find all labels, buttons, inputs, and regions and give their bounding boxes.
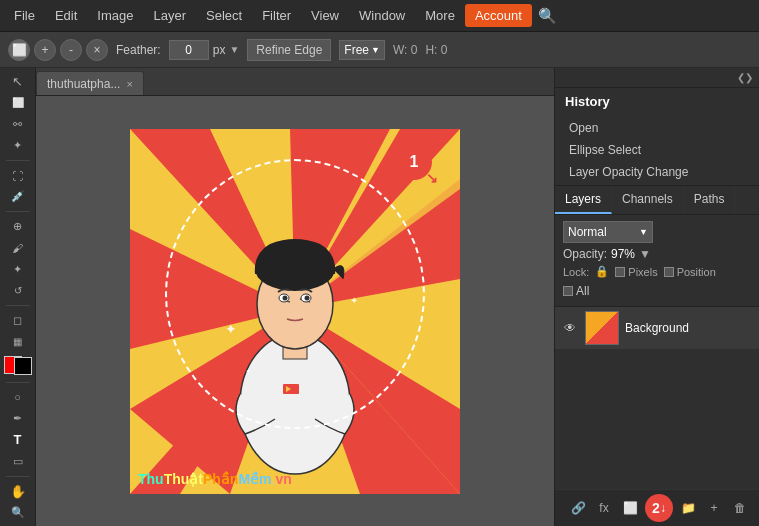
opacity-dropdown-arrow[interactable]: ▼ — [639, 247, 651, 261]
lock-row: Lock: 🔒 Pixels Position — [563, 261, 751, 282]
lock-icon[interactable]: 🔒 — [595, 265, 609, 278]
menu-image[interactable]: Image — [87, 4, 143, 27]
layer-thumbnail — [585, 311, 619, 345]
svg-point-22 — [305, 295, 310, 300]
height-label: H: 0 — [425, 43, 447, 57]
menu-select[interactable]: Select — [196, 4, 252, 27]
all-checkbox[interactable]: All — [563, 282, 751, 300]
layer-style-icon[interactable]: fx — [593, 497, 615, 519]
blend-dropdown-arrow: ▼ — [639, 227, 648, 237]
watermark-phan: Phần — [203, 471, 238, 487]
zoom-tool[interactable]: 🔍 — [4, 503, 32, 522]
svg-text:✦: ✦ — [245, 367, 252, 376]
layers-footer: 🔗 fx ⬜ 2 ↓ 📁 + 🗑 — [555, 489, 759, 526]
subtract-selection-btn[interactable]: - — [60, 39, 82, 61]
menu-view[interactable]: View — [301, 4, 349, 27]
hand-tool[interactable]: ✋ — [4, 481, 32, 500]
menu-file[interactable]: File — [4, 4, 45, 27]
clone-tool[interactable]: ✦ — [4, 260, 32, 279]
menu-edit[interactable]: Edit — [45, 4, 87, 27]
eraser-tool[interactable]: ◻ — [4, 311, 32, 330]
position-checkbox-box — [664, 267, 674, 277]
blend-mode-value: Normal — [568, 225, 607, 239]
watermark-mem: Mềm — [238, 471, 271, 487]
main-layout: ↖ ⬜ ⚯ ✦ ⛶ 💉 ⊕ 🖌 ✦ ↺ ◻ ▦ ○ ✒ T ▭ ✋ 🔍 thut… — [0, 68, 759, 526]
toolbar-separator-1 — [6, 160, 30, 161]
intersect-selection-btn[interactable]: × — [86, 39, 108, 61]
add-selection-btn[interactable]: + — [34, 39, 56, 61]
feather-input[interactable] — [169, 40, 209, 60]
blend-mode-dropdown[interactable]: Normal ▼ — [563, 221, 653, 243]
shape-tool[interactable]: ▭ — [4, 452, 32, 471]
pen-tool[interactable]: ✒ — [4, 409, 32, 428]
opacity-value[interactable]: 97% — [611, 247, 635, 261]
free-dropdown[interactable]: Free ▼ — [339, 40, 385, 60]
menu-filter[interactable]: Filter — [252, 4, 301, 27]
collapse-icon[interactable]: ❮❯ — [735, 70, 755, 85]
eyedropper-tool[interactable]: 💉 — [4, 187, 32, 206]
watermark: Thu Thuật Phần Mềm . vn — [130, 464, 460, 494]
svg-text:✦: ✦ — [350, 295, 358, 306]
crop-tool[interactable]: ⛶ — [4, 166, 32, 185]
badge-1: 1 ↘ — [396, 144, 432, 180]
search-icon[interactable]: 🔍 — [538, 7, 557, 25]
document-tab[interactable]: thuthuatpha... × — [36, 71, 144, 95]
feather-input-group: px ▼ — [169, 40, 240, 60]
link-layers-icon[interactable]: 🔗 — [567, 497, 589, 519]
character-svg: ✦ ✦ ✦ — [195, 174, 395, 494]
watermark-thuat: Thuật — [164, 471, 203, 487]
lasso-tool[interactable]: ⚯ — [4, 115, 32, 134]
width-label: W: 0 — [393, 43, 417, 57]
toolbar-separator-3 — [6, 305, 30, 306]
position-checkbox[interactable]: Position — [664, 266, 716, 278]
tab-bar: thuthuatpha... × — [36, 68, 554, 96]
menu-more[interactable]: More — [415, 4, 465, 27]
new-selection-btn[interactable]: ⬜ — [8, 39, 30, 61]
marquee-tool[interactable]: ⬜ — [4, 93, 32, 112]
menu-window[interactable]: Window — [349, 4, 415, 27]
pixels-checkbox[interactable]: Pixels — [615, 266, 657, 278]
background-color[interactable] — [14, 357, 32, 375]
blend-row: Normal ▼ — [563, 221, 751, 243]
history-brush-tool[interactable]: ↺ — [4, 281, 32, 300]
history-items: Open Ellipse Select Layer Opacity Change — [555, 115, 759, 185]
menu-layer[interactable]: Layer — [144, 4, 197, 27]
history-title: History — [565, 94, 610, 109]
delete-layer-icon[interactable]: 🗑 — [729, 497, 751, 519]
history-item-opacity[interactable]: Layer Opacity Change — [555, 161, 759, 183]
layer-visibility-icon[interactable]: 👁 — [561, 319, 579, 337]
toolbar-separator-2 — [6, 211, 30, 212]
canvas-document: ✦ ✦ ✦ 1 ↘ Thu Thuật Phần — [130, 129, 460, 494]
layer-background-item[interactable]: 👁 Background — [555, 307, 759, 349]
tab-name: thuthuatpha... — [47, 77, 120, 91]
refine-edge-button[interactable]: Refine Edge — [247, 39, 331, 61]
healing-tool[interactable]: ⊕ — [4, 217, 32, 236]
move-tool[interactable]: ↖ — [4, 72, 32, 91]
history-item-ellipse[interactable]: Ellipse Select — [555, 139, 759, 161]
menu-account[interactable]: Account — [465, 4, 532, 27]
magic-wand-tool[interactable]: ✦ — [4, 136, 32, 155]
tab-channels[interactable]: Channels — [612, 186, 684, 214]
canvas-area: thuthuatpha... × — [36, 68, 554, 526]
history-item-open[interactable]: Open — [555, 117, 759, 139]
dodge-tool[interactable]: ○ — [4, 388, 32, 407]
add-mask-icon[interactable]: ⬜ — [619, 497, 641, 519]
tab-close-btn[interactable]: × — [126, 78, 132, 90]
options-bar: ⬜ + - × Feather: px ▼ Refine Edge Free ▼… — [0, 32, 759, 68]
canvas-viewport: ✦ ✦ ✦ 1 ↘ Thu Thuật Phần — [36, 96, 554, 526]
create-group-icon[interactable]: 📁 — [677, 497, 699, 519]
create-layer-icon[interactable]: + — [703, 497, 725, 519]
feather-dropdown-arrow[interactable]: ▼ — [229, 44, 239, 55]
opacity-label: Opacity: — [563, 247, 607, 261]
layers-options: Normal ▼ Opacity: 97% ▼ Lock: 🔒 Pixels — [555, 215, 759, 307]
history-header: History — [555, 88, 759, 115]
layers-empty-space — [555, 349, 759, 489]
tab-layers[interactable]: Layers — [555, 186, 612, 214]
pixels-checkbox-box — [615, 267, 625, 277]
history-panel: History Open Ellipse Select Layer Opacit… — [555, 88, 759, 186]
watermark-thu: Thu — [138, 471, 164, 487]
tab-paths[interactable]: Paths — [684, 186, 736, 214]
brush-tool[interactable]: 🖌 — [4, 238, 32, 257]
gradient-tool[interactable]: ▦ — [4, 332, 32, 351]
type-tool[interactable]: T — [4, 430, 32, 449]
